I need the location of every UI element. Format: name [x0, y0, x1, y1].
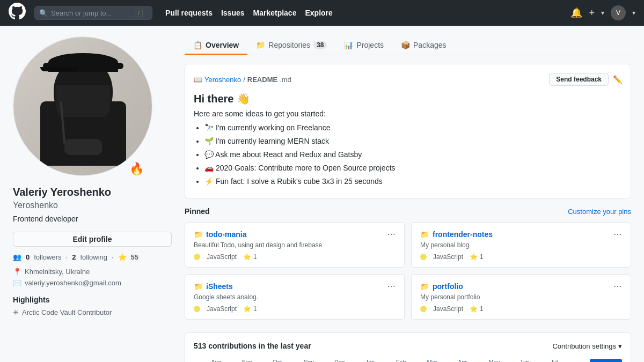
packages-label: Packages	[413, 41, 446, 49]
pin-stars: ⭐ 1	[470, 253, 484, 261]
year-buttons: 20202019201820172016	[590, 359, 622, 362]
email-item: ✉️ valeriy.yeroshenko@gmail.com	[13, 279, 172, 287]
profile-sidebar: 🔥 Valeriy Yeroshenko Yeroshenko Frontend…	[13, 36, 172, 362]
pin-meta: JavaScript ⭐ 1	[194, 305, 396, 313]
pinned-grid: 📁 todo-mania ⋯ Beautiful Todo, using ant…	[185, 222, 631, 320]
pin-description: Beautiful Todo, using ant design and fir…	[194, 241, 396, 249]
nav-explore[interactable]: Explore	[305, 9, 332, 17]
profile-tabs: 📋 Overview 📁 Repositories 38 📊 Projects …	[185, 36, 631, 55]
profile-avatar	[13, 36, 152, 176]
profile-bio: Frontend developer	[13, 215, 172, 223]
pin-repo-link[interactable]: 📁 frontender-notes	[420, 230, 493, 239]
readme-edit-icon[interactable]: ✏️	[613, 75, 622, 84]
notifications-icon[interactable]: 🔔	[570, 7, 582, 19]
fire-badge: 🔥	[129, 162, 144, 176]
month-label: Aug	[211, 359, 242, 362]
star-icon: ⭐	[118, 253, 127, 261]
readme-header: 📖 Yeroshenko / README .md Send feedback …	[194, 73, 622, 86]
following-label: following	[80, 253, 107, 261]
nav-issues[interactable]: Issues	[221, 9, 245, 17]
pin-card: 📁 portfolio ⋯ My personal portfolio Java…	[411, 274, 631, 320]
avatar-chevron-icon[interactable]: ▾	[632, 9, 635, 17]
repos-label: Repositories	[268, 41, 310, 49]
follow-stats: 👥 0 followers · 2 following · ⭐ 55	[13, 253, 172, 261]
readme-list-item: 🔭 I'm currently working on Freelance	[204, 122, 622, 134]
month-label: Jan	[365, 359, 397, 362]
contribution-settings-label: Contribution settings	[552, 342, 616, 350]
readme-title: Hi there 👋	[194, 92, 622, 105]
snowflake-icon: ✳	[13, 308, 19, 316]
tab-repositories[interactable]: 📁 Repositories 38	[247, 36, 335, 55]
year-filter-button[interactable]: 2020	[590, 359, 622, 362]
pin-options-icon[interactable]: ⋯	[387, 281, 396, 291]
search-input[interactable]	[51, 9, 131, 17]
send-feedback-button[interactable]: Send feedback	[549, 73, 609, 86]
main-layout: 🔥 Valeriy Yeroshenko Yeroshenko Frontend…	[0, 26, 644, 362]
user-avatar-menu[interactable]: V	[611, 5, 626, 20]
following-link[interactable]: 2	[72, 253, 76, 261]
tab-overview[interactable]: 📋 Overview	[185, 36, 247, 55]
highlight-text: Arctic Code Vault Contributor	[22, 308, 112, 316]
contribution-settings-button[interactable]: Contribution settings ▾	[552, 342, 622, 350]
pin-language: JavaScript	[433, 305, 463, 313]
pinned-section-header: Pinned Customize your pins	[185, 207, 631, 216]
profile-content: 📋 Overview 📁 Repositories 38 📊 Projects …	[185, 36, 631, 362]
pin-header: 📁 todo-mania ⋯	[194, 229, 396, 239]
tab-projects[interactable]: 📊 Projects	[335, 36, 392, 55]
pin-options-icon[interactable]: ⋯	[613, 229, 622, 239]
pin-repo-link[interactable]: 📁 portfolio	[420, 282, 463, 291]
pin-options-icon[interactable]: ⋯	[387, 229, 396, 239]
search-box[interactable]: 🔍 /	[34, 6, 152, 20]
pin-header: 📁 iSheets ⋯	[194, 281, 396, 291]
highlights-section: Highlights ✳ Arctic Code Vault Contribut…	[13, 295, 172, 316]
star-icon: ⭐	[470, 253, 478, 261]
pin-language: JavaScript	[207, 253, 237, 261]
create-chevron-icon[interactable]: ▾	[601, 9, 604, 17]
create-new-icon[interactable]: +	[589, 8, 595, 19]
readme-list-item: 🚗 2020 Goals: Contribute more to Open So…	[204, 162, 622, 174]
repo-icon: 📁	[194, 282, 203, 291]
tab-packages[interactable]: 📦 Packages	[392, 36, 455, 55]
edit-profile-button[interactable]: Edit profile	[13, 232, 172, 247]
pin-description: My personal blog	[420, 241, 622, 249]
month-label: Sep	[242, 359, 273, 362]
customize-pins-link[interactable]: Customize your pins	[568, 208, 631, 216]
contributions-header: 513 contributions in the last year Contr…	[194, 342, 622, 350]
pin-stars: ⭐ 1	[470, 305, 484, 313]
month-label: Dec	[334, 359, 365, 362]
projects-icon: 📊	[344, 41, 353, 49]
pin-repo-link[interactable]: 📁 todo-mania	[194, 230, 246, 239]
star-icon: ⭐	[243, 253, 251, 261]
pin-options-icon[interactable]: ⋯	[613, 281, 622, 291]
month-label: Oct	[273, 359, 304, 362]
email-link[interactable]: valeriy.yeroshenko@gmail.com	[25, 279, 121, 287]
month-label: Apr	[458, 359, 489, 362]
projects-label: Projects	[356, 41, 384, 49]
readme-file: README	[247, 76, 277, 84]
highlights-title: Highlights	[13, 295, 172, 304]
pin-repo-link[interactable]: 📁 iSheets	[194, 282, 233, 291]
pin-stars: ⭐ 1	[243, 305, 257, 313]
nav-marketplace[interactable]: Marketplace	[253, 9, 297, 17]
nav-links: Pull requests Issues Marketplace Explore	[165, 9, 333, 17]
search-icon: 🔍	[39, 9, 48, 17]
readme-list-item: 🌱 I'm currently learning MERN stack	[204, 136, 622, 147]
contributions-title: 513 contributions in the last year	[194, 342, 311, 350]
overview-icon: 📋	[193, 41, 202, 49]
readme-path: 📖 Yeroshenko / README .md	[194, 76, 291, 84]
readme-user-link[interactable]: Yeroshenko	[204, 76, 241, 84]
github-logo[interactable]	[9, 3, 26, 23]
month-label: Jul	[551, 359, 582, 362]
followers-link[interactable]: 0	[26, 253, 30, 261]
pin-card: 📁 frontender-notes ⋯ My personal blog Ja…	[411, 222, 631, 268]
contributions-section: 513 contributions in the last year Contr…	[185, 333, 631, 362]
readme-book-icon: 📖	[194, 76, 202, 84]
nav-pull-requests[interactable]: Pull requests	[165, 9, 213, 17]
nav-right: 🔔 + ▾ V ▾	[570, 5, 635, 20]
meta-info: 📍 Khmelnitsky, Ukraine ✉️ valeriy.yerosh…	[13, 268, 172, 287]
repo-icon: 📁	[420, 230, 429, 239]
search-shortcut: /	[135, 9, 143, 17]
pin-stars: ⭐ 1	[243, 253, 257, 261]
profile-username: Yeroshenko	[13, 201, 172, 210]
pin-language: JavaScript	[207, 305, 237, 313]
